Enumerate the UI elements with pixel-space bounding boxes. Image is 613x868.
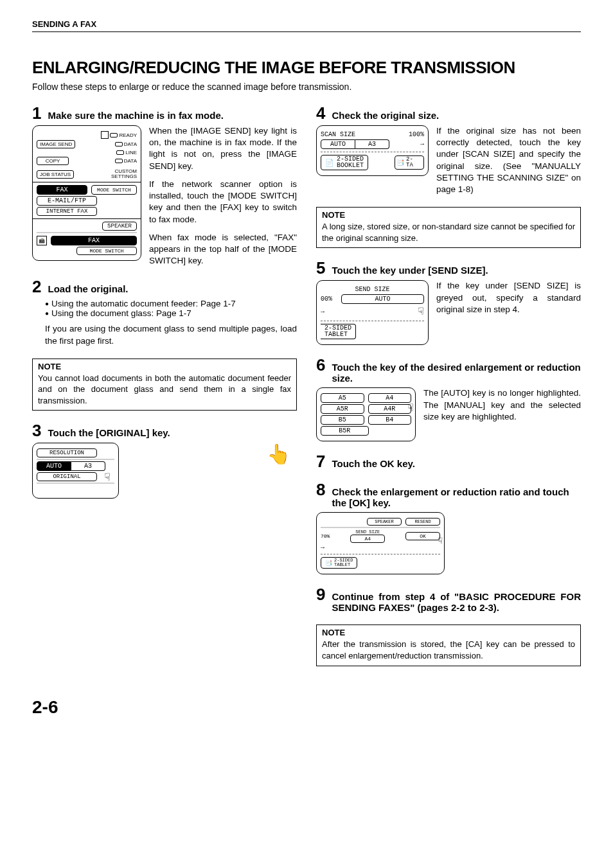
image-send-button[interactable]: IMAGE SEND: [37, 140, 75, 148]
size-a4-button[interactable]: A4: [368, 393, 412, 403]
step-number: 1: [32, 105, 41, 121]
step-number: 6: [316, 357, 325, 373]
step-9: 9 Continue from step 4 of "BASIC PROCEDU…: [316, 586, 581, 613]
two-sided-tablet-button[interactable]: 📑 2-SIDEDTABLET: [321, 557, 357, 569]
step-3: 3 Touch the [ORIGINAL] key. RESOLUTION A…: [32, 422, 297, 499]
note-title: NOTE: [317, 625, 580, 637]
bullet-item: Using the document glass: Page 1-7: [45, 308, 297, 318]
two-sided-tablet-button[interactable]: 📑 2-TA: [395, 155, 424, 170]
step-5: 5 Touch the key under [SEND SIZE]. SEND …: [316, 260, 581, 345]
note-body: After the transmission is stored, the [C…: [317, 637, 580, 665]
two-sided-booklet-button[interactable]: 📄 2-SIDEDBOOKLET: [321, 155, 368, 170]
a4-button[interactable]: A4: [350, 535, 385, 543]
note-body: A long size, stored size, or non-standar…: [317, 220, 580, 247]
auto-send-size-button[interactable]: AUTO: [341, 294, 424, 304]
control-panel-illustration: READY IMAGE SEND DATA LINE COPY DATA JOB: [32, 125, 141, 261]
intro-text: Follow these steps to enlarge or reduce …: [32, 82, 581, 92]
step-4-text: If the original size has not been correc…: [436, 125, 581, 195]
original-key-panel: RESOLUTION AUTO A3 ORIGINAL ☟: [32, 443, 119, 499]
size-grid-panel: A5 A4 A5R A4R ☟ B5 B4 B5R: [316, 387, 416, 441]
note-box: NOTE You cannot load documents in both t…: [32, 359, 297, 411]
step-6-text: The [AUTO] key is no longer highlighted.…: [423, 387, 581, 423]
note-box: NOTE After the transmission is stored, t…: [316, 624, 581, 666]
step-5-text: If the key under [SEND SIZE] is greyed o…: [436, 280, 581, 315]
fax-tab[interactable]: FAX: [37, 185, 87, 195]
note-title: NOTE: [317, 208, 580, 220]
step-7: 7 Touch the OK key.: [316, 453, 581, 470]
size-a5r-button[interactable]: A5R: [321, 404, 364, 414]
size-a3: A3: [71, 461, 105, 471]
step-title: Make sure the machine is in fax mode.: [48, 110, 297, 121]
step-2-bullets: Using the automatic document feeder: Pag…: [45, 299, 297, 318]
custom-settings-label: CUSTOM SETTINGS: [111, 169, 137, 179]
percent-label: 100%: [409, 131, 424, 138]
step-4: 4 Check the original size. SCAN SIZE 100…: [316, 105, 581, 195]
send-size-label: SEND SIZE: [355, 286, 389, 293]
step-title: Check the enlargement or reduction ratio…: [332, 486, 581, 508]
arrow-icon: [321, 544, 324, 551]
resend-button[interactable]: RESEND: [405, 518, 440, 526]
scan-size-label: SCAN SIZE: [321, 131, 355, 138]
step-title: Continue from step 4 of "BASIC PROCEDURE…: [332, 591, 581, 613]
note-box: NOTE A long size, stored size, or non-st…: [316, 207, 581, 248]
data2-label: DATA: [124, 158, 137, 164]
arrow-icon: [389, 141, 424, 148]
step-number: 2: [32, 278, 41, 295]
original-button[interactable]: ORIGINAL: [37, 472, 97, 481]
scan-size-panel: SCAN SIZE 100% AUTO A3 📄 2-SIDEDBOOKL: [316, 125, 429, 176]
step-title: Touch the key of the desired enlargement…: [332, 362, 581, 384]
step-number: 5: [316, 260, 325, 276]
arrow-icon: [321, 308, 324, 315]
pointer-icon: ☟: [104, 471, 111, 484]
email-ftp-tab[interactable]: E-MAIL/FTP: [37, 196, 97, 206]
size-b5-button[interactable]: B5: [321, 415, 364, 425]
mode-switch-key[interactable]: MODE SWITCH: [76, 247, 137, 255]
job-status-button[interactable]: JOB STATUS: [37, 170, 74, 179]
pointer-icon: ☟: [438, 536, 443, 546]
size-b4-button[interactable]: B4: [368, 415, 412, 425]
size-a5-button[interactable]: A5: [321, 393, 364, 403]
section-header: SENDING A FAX: [32, 19, 581, 32]
size-a4r-button[interactable]: A4R: [368, 404, 412, 414]
left-column: 1 Make sure the machine is in fax mode. …: [32, 105, 297, 678]
ok-panel: SPEAKER RESEND 70% SEND SIZE A4 OK ☟: [316, 512, 445, 574]
step-number: 4: [316, 105, 325, 121]
page-title: ENLARGING/REDUCING THE IMAGE BEFORE TRAN…: [32, 58, 581, 78]
size-a3: A3: [355, 139, 389, 149]
pointer-icon: ☟: [327, 305, 424, 318]
step-2-text: If you are using the document glass to s…: [45, 323, 297, 346]
copy-button[interactable]: COPY: [37, 157, 69, 165]
step-1-text: When the [IMAGE SEND] key light is on, t…: [149, 125, 297, 267]
line-label: LINE: [125, 150, 137, 155]
auto-badge: AUTO: [321, 139, 355, 149]
speaker-button[interactable]: SPEAKER: [102, 222, 137, 231]
send-size-label: SEND SIZE: [355, 529, 380, 535]
step-number: 3: [32, 422, 41, 439]
hand-icon: 👆: [127, 443, 297, 465]
step-1: 1 Make sure the machine is in fax mode. …: [32, 105, 297, 267]
internet-fax-tab[interactable]: INTERNET FAX: [37, 207, 97, 216]
percent-label: 70%: [321, 533, 330, 539]
step-8: 8 Check the enlargement or reduction rat…: [316, 481, 581, 574]
data-label: DATA: [124, 141, 137, 147]
pointer-icon: ☟: [407, 402, 414, 414]
size-b5r-button[interactable]: B5R: [321, 426, 369, 436]
step-number: 7: [316, 453, 325, 470]
ok-button[interactable]: OK: [405, 532, 440, 540]
ready-label: READY: [119, 132, 137, 138]
auto-badge: AUTO: [37, 461, 71, 471]
step-title: Touch the OK key.: [332, 458, 581, 469]
step-title: Load the original.: [48, 283, 297, 294]
note-body: You cannot load documents in both the au…: [33, 371, 296, 411]
resolution-button[interactable]: RESOLUTION: [37, 448, 97, 457]
step-title: Check the original size.: [332, 110, 581, 121]
percent-label: 00%: [321, 296, 332, 303]
step-2: 2 Load the original. Using the automatic…: [32, 278, 297, 346]
step-title: Touch the [ORIGINAL] key.: [48, 427, 297, 438]
step-number: 9: [316, 586, 325, 603]
two-sided-tablet-button[interactable]: 2-SIDEDTABLET: [321, 324, 356, 339]
note-title: NOTE: [33, 359, 296, 371]
step-title: Touch the key under [SEND SIZE].: [332, 265, 581, 276]
speaker-button[interactable]: SPEAKER: [367, 518, 402, 526]
mode-switch-button[interactable]: MODE SWITCH: [91, 185, 137, 195]
